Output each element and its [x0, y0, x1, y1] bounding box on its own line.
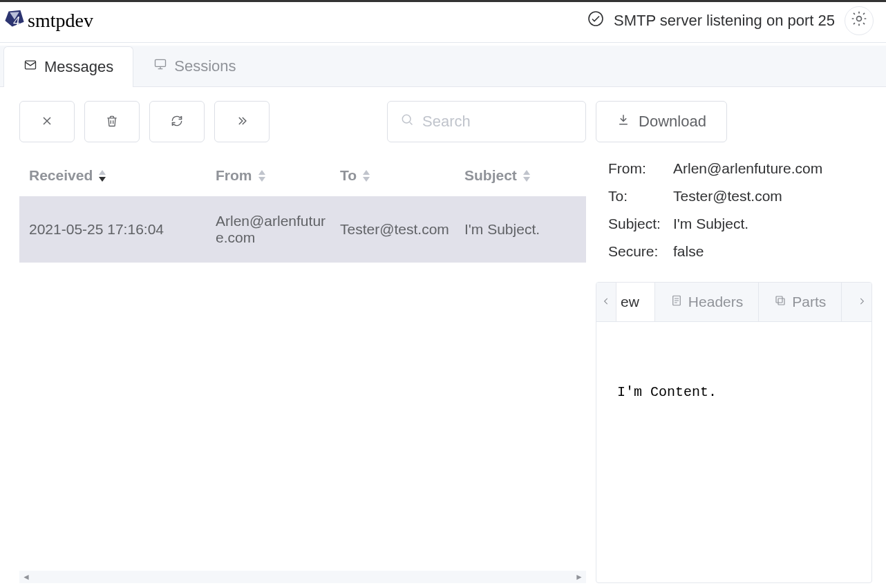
check-circle-icon [587, 10, 604, 31]
detail-value: Tester@test.com [673, 188, 872, 205]
delete-button[interactable] [84, 101, 140, 142]
logo-text-dev: dev [65, 10, 93, 32]
logo-text-smtp: smtp [28, 10, 65, 32]
svg-point-7 [402, 115, 411, 123]
monitor-icon [153, 57, 167, 75]
detail-tab-strip: ew Headers [596, 283, 871, 322]
tab-parts[interactable]: Parts [759, 283, 842, 321]
chevron-double-right-icon [235, 114, 249, 130]
svg-rect-5 [26, 61, 36, 69]
tab-label: Headers [688, 294, 743, 310]
tab-label: Messages [44, 58, 113, 76]
refresh-icon [170, 114, 184, 130]
close-icon [40, 114, 54, 130]
tab-messages[interactable]: Messages [3, 46, 133, 87]
message-toolbar [19, 101, 586, 142]
document-icon [670, 294, 683, 310]
detail-table: From: Arlen@arlenfuture.com To: Tester@t… [596, 155, 872, 265]
tab-scroll-right[interactable] [852, 283, 871, 321]
search-icon [400, 113, 422, 131]
detail-tab-list: ew Headers [616, 283, 852, 321]
column-label: Subject [464, 167, 517, 184]
detail-label: From: [608, 160, 673, 177]
mail-icon [23, 58, 37, 76]
detail-value: Arlen@arlenfuture.com [673, 160, 872, 177]
svg-marker-13 [363, 177, 370, 182]
message-detail-pane: Download From: Arlen@arlenfuture.com To:… [596, 101, 872, 583]
column-subject[interactable]: Subject [464, 167, 576, 184]
svg-marker-14 [523, 170, 530, 175]
sort-icon [258, 170, 266, 182]
cell-from: Arlen@arlenfuture.com [216, 213, 340, 246]
copy-icon [774, 294, 786, 310]
tab-label: ew [621, 294, 639, 310]
chevron-right-icon [857, 296, 867, 308]
horizontal-scrollbar[interactable]: ◄ ► [19, 571, 586, 583]
trash-icon [105, 114, 119, 130]
sort-icon [98, 170, 106, 182]
svg-rect-6 [155, 59, 166, 66]
svg-rect-18 [776, 296, 782, 303]
svg-marker-8 [99, 170, 106, 175]
detail-tabs: ew Headers [596, 282, 872, 583]
table-row[interactable]: 2021-05-25 17:16:04 Arlen@arlenfuture.co… [19, 196, 586, 263]
message-list-pane: Received From To [19, 101, 586, 583]
tab-scroll-left[interactable] [596, 283, 616, 321]
svg-marker-12 [363, 170, 370, 175]
detail-row-subject: Subject: I'm Subject. [608, 210, 872, 238]
tab-label: Sessions [174, 57, 236, 75]
svg-marker-11 [258, 177, 265, 182]
column-label: To [340, 167, 357, 184]
search-input[interactable] [422, 113, 573, 131]
clear-button[interactable] [19, 101, 75, 142]
server-status-text: SMTP server listening on port 25 [614, 12, 835, 30]
main-tab-strip: Messages Sessions [0, 46, 886, 87]
detail-value: false [673, 243, 872, 260]
svg-rect-17 [778, 298, 784, 305]
sort-icon [362, 170, 370, 182]
svg-marker-9 [99, 177, 106, 182]
scroll-right-icon: ► [575, 572, 583, 582]
detail-row-from: From: Arlen@arlenfuture.com [608, 155, 872, 182]
logo-icon: 4 [3, 9, 26, 32]
column-from[interactable]: From [216, 167, 340, 184]
table-header-row: Received From To [19, 155, 586, 196]
svg-point-4 [857, 17, 862, 21]
cell-subject: I'm Subject. [464, 221, 576, 238]
svg-point-3 [589, 12, 603, 26]
column-label: From [216, 167, 252, 184]
column-to[interactable]: To [340, 167, 464, 184]
tab-headers[interactable]: Headers [655, 283, 759, 321]
app-logo: 4 smtpdev [3, 9, 93, 32]
chevron-left-icon [601, 296, 611, 308]
detail-row-secure: Secure: false [608, 238, 872, 265]
download-button[interactable]: Download [596, 101, 727, 142]
scroll-left-icon: ◄ [22, 572, 30, 582]
svg-text:4: 4 [13, 14, 19, 28]
content-area: Received From To [0, 87, 886, 583]
message-body: I'm Content. [596, 322, 871, 582]
gear-icon [850, 10, 868, 32]
search-box[interactable] [387, 101, 586, 142]
column-label: Received [29, 167, 93, 184]
app-header: 4 smtpdev SMTP server listening on port … [0, 2, 886, 43]
sort-icon [522, 170, 531, 182]
detail-row-to: To: Tester@test.com [608, 182, 872, 210]
header-right: SMTP server listening on port 25 [587, 6, 874, 35]
tab-view[interactable]: ew [616, 283, 655, 321]
column-received[interactable]: Received [29, 167, 216, 184]
refresh-button[interactable] [149, 101, 205, 142]
download-icon [616, 113, 630, 131]
cell-to: Tester@test.com [340, 221, 464, 238]
download-label: Download [639, 113, 706, 131]
message-table: Received From To [19, 155, 586, 583]
svg-marker-15 [523, 177, 530, 182]
detail-value: I'm Subject. [673, 216, 872, 232]
cell-received: 2021-05-25 17:16:04 [29, 221, 216, 238]
detail-label: Subject: [608, 216, 673, 232]
relay-button[interactable] [214, 101, 270, 142]
tab-sessions[interactable]: Sessions [133, 46, 256, 86]
settings-button[interactable] [845, 6, 874, 35]
detail-label: Secure: [608, 243, 673, 260]
svg-marker-10 [258, 170, 265, 175]
